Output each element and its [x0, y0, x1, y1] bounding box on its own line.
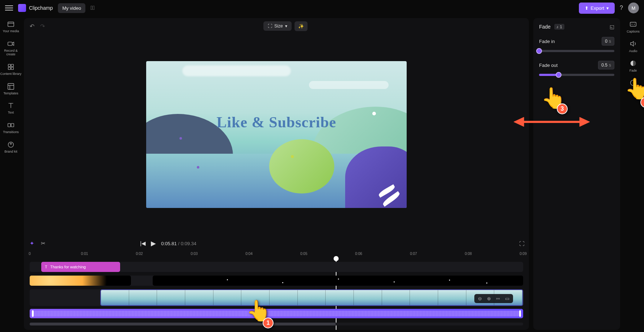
ruler-mark: 0:01 — [81, 252, 88, 256]
play-button[interactable]: ▶ — [151, 239, 156, 247]
fade-in-slider[interactable] — [539, 50, 614, 52]
ruler-mark: 0:05 — [300, 252, 307, 256]
ruler-mark: 0:08 — [465, 252, 472, 256]
zoom-in-button[interactable]: ⊕ — [487, 296, 491, 301]
fade-out-slider-thumb[interactable] — [556, 72, 562, 78]
redo-button[interactable]: ↷ — [40, 23, 45, 30]
ruler-mark: 0:03 — [191, 252, 198, 256]
prev-frame-button[interactable]: |◀ — [140, 240, 146, 247]
sidebar-your-media[interactable]: Your media — [3, 20, 19, 33]
video-clip[interactable] — [100, 289, 523, 306]
undo-button[interactable]: ↶ — [30, 23, 34, 30]
text-icon: T — [45, 265, 47, 269]
ai-button[interactable]: ✨ — [295, 21, 308, 31]
rightbar-audio[interactable]: Audio — [629, 40, 637, 53]
svg-rect-7 — [8, 124, 10, 127]
fade-out-unit: s — [609, 63, 611, 68]
time-display: 0:05.81 / 0:09.34 — [161, 241, 196, 246]
project-name[interactable]: My video — [58, 3, 85, 13]
menu-button[interactable] — [5, 4, 13, 12]
split-button[interactable]: ✂ — [41, 240, 46, 247]
fade-in-value-input[interactable]: 0 s — [602, 37, 614, 46]
ruler-mark: 0:06 — [355, 252, 362, 256]
music-icon: ♪ — [556, 25, 559, 29]
rightbar-fade[interactable]: Fade — [629, 59, 637, 72]
avatar[interactable]: M — [628, 3, 639, 13]
fade-in-value: 0 — [605, 39, 607, 44]
text-clip[interactable]: T Thanks for watching — [41, 262, 120, 272]
text-track[interactable]: T Thanks for watching — [30, 262, 523, 272]
svg-rect-5 — [11, 67, 13, 69]
fx-track[interactable] — [30, 276, 523, 286]
rightbar-item-label: Fade — [630, 69, 637, 72]
fade-in-label: Fade in — [539, 39, 555, 44]
undock-button[interactable]: ◱ — [610, 24, 614, 30]
rightbar-item-label: Captions — [627, 30, 640, 33]
audio-handle-right[interactable] — [519, 310, 521, 317]
help-button[interactable]: ? — [620, 5, 623, 11]
sidebar-brand-kit[interactable]: Brand kit — [4, 141, 17, 154]
ruler-mark: 0:09 — [520, 252, 526, 256]
fade-in-unit: s — [609, 39, 611, 44]
sidebar-content-library[interactable]: Content library — [0, 63, 22, 76]
export-label: Export — [591, 5, 605, 11]
auto-cut-button[interactable]: ✦ — [30, 240, 34, 247]
sidebar-item-label: Text — [8, 111, 14, 115]
timeline-scrollbar[interactable] — [30, 323, 523, 325]
sidebar-item-label: Templates — [3, 92, 18, 95]
fade-out-value: 0.5 — [601, 63, 607, 68]
fullscreen-button[interactable]: ⛶ — [519, 241, 525, 247]
svg-rect-4 — [8, 67, 10, 69]
sidebar-transitions[interactable]: Transitions — [3, 121, 19, 134]
sidebar-item-label: Brand kit — [4, 150, 17, 154]
panel-clip-badge: ♪ 1 — [554, 24, 564, 30]
badge-count: 1 — [560, 25, 562, 29]
text-clip-label: Thanks for watching — [50, 265, 86, 269]
timeline-view-button[interactable]: ▭ — [505, 296, 509, 301]
svg-rect-1 — [8, 42, 12, 45]
fit-timeline-button[interactable]: ⇿ — [496, 296, 500, 301]
scrollbar-thumb[interactable] — [30, 323, 336, 325]
crop-icon: ⛶ — [268, 24, 272, 29]
panel-title: Fade — [539, 24, 551, 30]
fade-in-slider-thumb[interactable] — [536, 48, 542, 54]
svg-rect-0 — [8, 22, 14, 27]
preview-canvas[interactable]: Like & Subscribe — [146, 61, 407, 208]
clipchamp-icon — [18, 4, 26, 12]
cloud-off-icon: ☁⃠ — [90, 5, 95, 11]
svg-rect-2 — [8, 64, 10, 66]
duration: 0:09.34 — [181, 241, 196, 246]
svg-rect-6 — [8, 83, 14, 89]
chevron-down-icon: ▾ — [285, 24, 287, 29]
rightbar-captions[interactable]: Captions — [627, 20, 640, 33]
current-time: 0:05.81 — [161, 241, 177, 246]
ruler-mark: 0:04 — [245, 252, 252, 256]
audio-clip[interactable] — [30, 309, 523, 318]
canvas-text: Like & Subscribe — [146, 114, 407, 131]
sidebar-record-create[interactable]: Record & create — [0, 40, 22, 56]
audio-track[interactable] — [30, 309, 523, 318]
ruler-mark: 0:02 — [136, 252, 143, 256]
upload-icon: ⬆ — [585, 5, 589, 11]
sidebar-templates[interactable]: Templates — [3, 82, 18, 95]
fade-out-value-input[interactable]: 0.5 s — [598, 61, 614, 69]
svg-point-10 — [10, 143, 12, 145]
zoom-out-button[interactable]: ⊖ — [478, 296, 482, 301]
size-label: Size — [274, 24, 283, 29]
fade-out-label: Fade out — [539, 63, 558, 68]
rightbar-item-label: Speed — [628, 88, 638, 92]
rightbar-speed[interactable]: Speed — [628, 79, 638, 92]
app-name: Clipchamp — [29, 5, 53, 11]
sidebar-item-label: Content library — [0, 72, 22, 76]
fx-clip-2[interactable] — [153, 276, 523, 286]
sidebar-text[interactable]: Text — [7, 102, 15, 115]
sidebar-item-label: Record & create — [0, 49, 22, 56]
export-button[interactable]: ⬆ Export ▾ — [579, 3, 615, 14]
svg-rect-3 — [11, 64, 13, 66]
fx-clip-1[interactable] — [30, 276, 131, 286]
svg-rect-8 — [11, 124, 14, 127]
fade-out-slider[interactable] — [539, 74, 614, 76]
ruler-mark: 0:07 — [410, 252, 417, 256]
size-dropdown[interactable]: ⛶ Size ▾ — [263, 21, 291, 31]
video-track[interactable] — [30, 289, 523, 306]
